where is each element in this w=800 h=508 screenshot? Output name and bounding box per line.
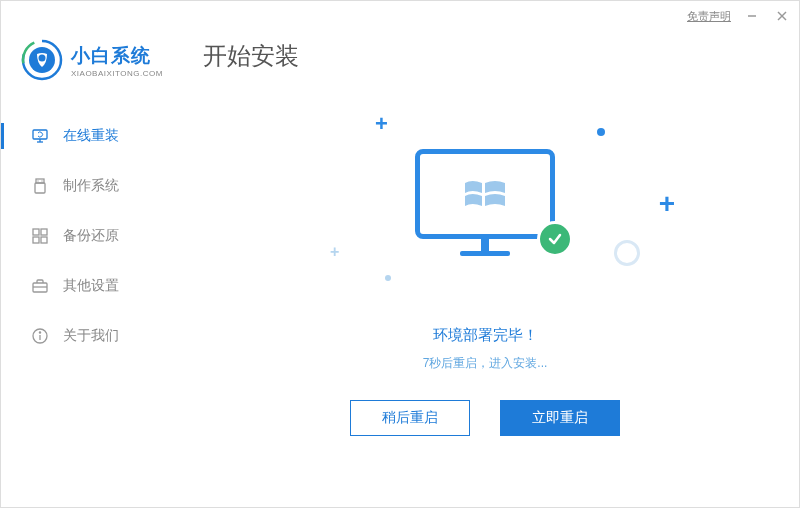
usb-icon xyxy=(31,177,49,195)
illustration: + + + xyxy=(335,116,635,296)
page-title: 开始安装 xyxy=(203,40,299,72)
svg-point-6 xyxy=(39,55,46,62)
svg-point-22 xyxy=(39,332,40,333)
main-content: + + + xyxy=(171,96,799,502)
svg-rect-16 xyxy=(33,237,39,243)
success-check-icon xyxy=(537,221,573,257)
svg-rect-7 xyxy=(33,130,47,139)
sidebar-item-label: 其他设置 xyxy=(63,277,119,295)
sidebar-item-reinstall[interactable]: 在线重装 xyxy=(1,111,171,161)
logo-icon xyxy=(21,39,63,81)
restart-now-button[interactable]: 立即重启 xyxy=(500,400,620,436)
windows-logo-icon xyxy=(460,171,510,216)
plus-decoration-icon: + xyxy=(375,111,388,137)
svg-rect-11 xyxy=(35,183,45,193)
disclaimer-link[interactable]: 免责声明 xyxy=(687,9,731,24)
minimize-button[interactable] xyxy=(743,7,761,25)
logo: 小白系统 XIAOBAIXITONG.COM xyxy=(21,39,163,81)
dot-decoration-icon xyxy=(385,275,391,281)
sidebar-item-create[interactable]: 制作系统 xyxy=(1,161,171,211)
status-subtitle: 7秒后重启，进入安装... xyxy=(423,355,548,372)
sidebar-item-label: 在线重装 xyxy=(63,127,119,145)
sidebar: 在线重装 制作系统 备份还原 其他设置 关于我们 xyxy=(1,96,171,502)
sidebar-item-settings[interactable]: 其他设置 xyxy=(1,261,171,311)
computer-refresh-icon xyxy=(31,127,49,145)
info-icon xyxy=(31,327,49,345)
grid-icon xyxy=(31,227,49,245)
svg-rect-17 xyxy=(41,237,47,243)
brand-url: XIAOBAIXITONG.COM xyxy=(71,69,163,78)
brand-name: 小白系统 xyxy=(71,43,163,69)
sidebar-item-label: 关于我们 xyxy=(63,327,119,345)
sidebar-item-label: 备份还原 xyxy=(63,227,119,245)
circle-decoration-icon xyxy=(614,240,640,266)
sidebar-item-label: 制作系统 xyxy=(63,177,119,195)
briefcase-icon xyxy=(31,277,49,295)
restart-later-button[interactable]: 稍后重启 xyxy=(350,400,470,436)
status-title: 环境部署完毕！ xyxy=(433,326,538,345)
close-button[interactable] xyxy=(773,7,791,25)
monitor-icon xyxy=(415,149,555,264)
sidebar-item-backup[interactable]: 备份还原 xyxy=(1,211,171,261)
plus-decoration-icon: + xyxy=(659,188,675,220)
svg-rect-15 xyxy=(41,229,47,235)
svg-rect-14 xyxy=(33,229,39,235)
sidebar-item-about[interactable]: 关于我们 xyxy=(1,311,171,361)
plus-decoration-icon: + xyxy=(330,243,339,261)
dot-decoration-icon xyxy=(597,128,605,136)
